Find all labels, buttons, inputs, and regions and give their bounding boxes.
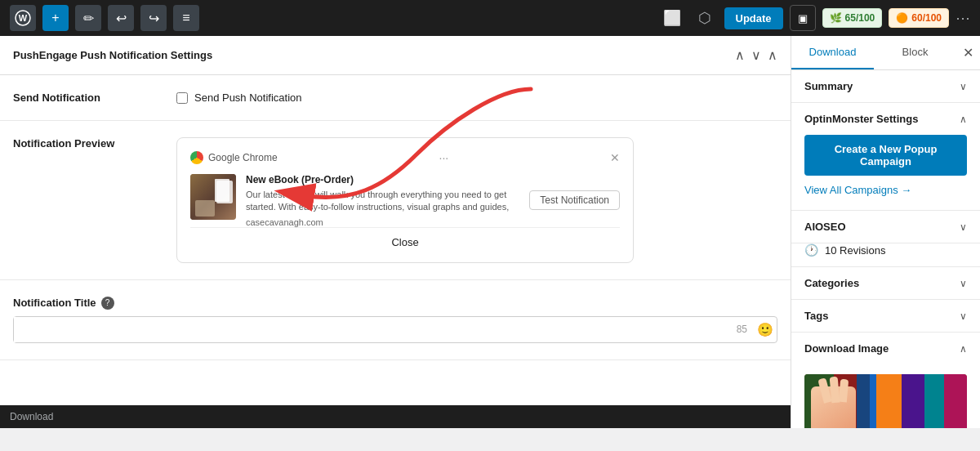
tab-download[interactable]: Download bbox=[791, 36, 874, 69]
collapse-down-button[interactable]: ∨ bbox=[751, 47, 761, 63]
categories-section: Categories ∨ bbox=[791, 267, 980, 300]
send-push-label: Send Push Notification bbox=[194, 92, 302, 104]
summary-section-title: Summary bbox=[804, 80, 853, 92]
revisions-row[interactable]: 🕐 10 Revisions bbox=[791, 243, 980, 266]
preview-image bbox=[190, 174, 236, 220]
notification-preview-row: Notification Preview Google Chrome ··· ✕ bbox=[0, 121, 791, 280]
categories-section-header[interactable]: Categories ∨ bbox=[791, 267, 980, 299]
download-image-section-title: Download Image bbox=[804, 342, 889, 355]
preview-chrome-branding: Google Chrome bbox=[190, 151, 278, 164]
preview-notification-desc: Our latest eBook will walk you through e… bbox=[246, 189, 519, 214]
tools-button[interactable]: ✏ bbox=[75, 5, 101, 31]
notification-preview-label: Notification Preview bbox=[13, 137, 176, 150]
test-notification-button[interactable]: Test Notification bbox=[529, 190, 620, 210]
hide-panel-button[interactable]: ∧ bbox=[768, 47, 777, 63]
download-image-chevron-icon: ∧ bbox=[960, 343, 967, 355]
emoji-picker-button[interactable]: 🙂 bbox=[754, 319, 777, 341]
readability-score-value: 60/100 bbox=[911, 12, 942, 24]
bottom-bar: Download bbox=[0, 405, 791, 428]
chrome-icon bbox=[190, 151, 203, 164]
optinmonster-section-header[interactable]: OptinMonster Settings ∧ bbox=[791, 103, 980, 135]
redo-button[interactable]: ↪ bbox=[140, 5, 167, 31]
download-image-section-header[interactable]: Download Image ∧ bbox=[791, 333, 980, 364]
revisions-section: 🕐 10 Revisions bbox=[791, 243, 980, 267]
right-sidebar: Download Block ✕ Summary ∨ OptinMonster … bbox=[791, 36, 980, 428]
aioseo-section-title: AIOSEO bbox=[804, 221, 846, 233]
left-panel: PushEngage Push Notification Settings ∧ … bbox=[0, 36, 791, 428]
tab-block[interactable]: Block bbox=[874, 36, 956, 69]
collapse-up-button[interactable]: ∧ bbox=[735, 47, 745, 63]
preview-body: New eBook (Pre-Order) Our latest eBook w… bbox=[190, 174, 519, 227]
settings-panel-title: PushEngage Push Notification Settings bbox=[13, 49, 212, 61]
seo-score-icon: 🌿 bbox=[830, 12, 842, 24]
create-campaign-button[interactable]: Create a New Popup Campaign bbox=[804, 135, 967, 176]
categories-chevron-icon: ∨ bbox=[960, 278, 967, 289]
notification-preview-box: Google Chrome ··· ✕ bbox=[176, 137, 634, 263]
seo-score-value: 65/100 bbox=[845, 12, 875, 24]
settings-content: Send Notification Send Push Notification… bbox=[0, 75, 791, 405]
send-notification-label: Send Notification bbox=[13, 92, 176, 104]
notification-title-content: Notification Title ? 85 🙂 bbox=[13, 297, 777, 343]
download-image-content bbox=[791, 364, 980, 428]
send-notification-row: Send Notification Send Push Notification bbox=[0, 75, 791, 121]
notification-title-row: Notification Title ? 85 🙂 bbox=[0, 280, 791, 360]
sidebar-toggle-button[interactable]: ▣ bbox=[790, 5, 816, 31]
download-image-section: Download Image ∧ bbox=[791, 333, 980, 428]
optin-section-content: Create a New Popup Campaign View All Cam… bbox=[791, 135, 980, 210]
preview-close-link[interactable]: Close bbox=[391, 236, 418, 248]
more-options-button[interactable]: ⋯ bbox=[956, 9, 970, 27]
optinmonster-section-title: OptinMonster Settings bbox=[804, 113, 918, 125]
page-wrapper: W + ✏ ↩ ↪ ≡ ⬜ ⬡ Update ▣ 🌿 65/100 🟠 60/1… bbox=[0, 0, 980, 451]
title-label-row: Notification Title ? bbox=[13, 297, 777, 310]
revisions-clock-icon: 🕐 bbox=[804, 243, 818, 257]
notification-title-input[interactable] bbox=[14, 317, 730, 342]
aioseo-section-header[interactable]: AIOSEO ∨ bbox=[791, 211, 980, 243]
notification-preview-content: Google Chrome ··· ✕ bbox=[176, 137, 777, 263]
categories-section-title: Categories bbox=[804, 277, 859, 289]
wordpress-icon: W bbox=[15, 10, 31, 26]
help-icon: ? bbox=[101, 297, 114, 310]
optinmonster-chevron-icon: ∧ bbox=[960, 114, 967, 125]
readability-score-badge: 🟠 60/100 bbox=[889, 8, 949, 28]
preview-notification-title: New eBook (Pre-Order) bbox=[246, 174, 519, 185]
external-preview-button[interactable]: ⬡ bbox=[692, 5, 718, 31]
download-image-thumbnail bbox=[804, 374, 967, 428]
revisions-label: 10 Revisions bbox=[825, 244, 885, 257]
aioseo-section: AIOSEO ∨ bbox=[791, 211, 980, 243]
summary-chevron-icon: ∨ bbox=[960, 81, 967, 92]
svg-text:W: W bbox=[19, 13, 28, 23]
seo-score-badge: 🌿 65/100 bbox=[822, 8, 883, 28]
preview-text-area: New eBook (Pre-Order) Our latest eBook w… bbox=[246, 174, 519, 227]
send-push-checkbox-row: Send Push Notification bbox=[176, 92, 777, 104]
readability-score-icon: 🟠 bbox=[896, 12, 908, 24]
char-count: 85 bbox=[730, 324, 754, 335]
notification-title-label: Notification Title bbox=[13, 297, 96, 309]
settings-controls: ∧ ∨ ∧ bbox=[735, 47, 777, 63]
list-view-button[interactable]: ≡ bbox=[173, 5, 199, 31]
preview-close-button[interactable]: ✕ bbox=[610, 151, 620, 164]
bottom-bar-text: Download bbox=[10, 411, 53, 422]
summary-section-header[interactable]: Summary ∨ bbox=[791, 70, 980, 102]
view-campaigns-link[interactable]: View All Campaigns → bbox=[804, 184, 911, 196]
tags-section-title: Tags bbox=[804, 310, 828, 322]
sidebar-close-button[interactable]: ✕ bbox=[956, 38, 980, 67]
add-block-button[interactable]: + bbox=[42, 5, 69, 31]
chrome-name: Google Chrome bbox=[208, 152, 278, 163]
aioseo-chevron-icon: ∨ bbox=[960, 221, 967, 233]
preview-footer: Close bbox=[190, 227, 620, 249]
sidebar-tabs: Download Block ✕ bbox=[791, 36, 980, 70]
preview-mode-button[interactable]: ⬜ bbox=[659, 5, 685, 31]
tags-section-header[interactable]: Tags ∨ bbox=[791, 300, 980, 332]
tags-chevron-icon: ∨ bbox=[960, 310, 967, 322]
preview-dots: ··· bbox=[439, 151, 449, 164]
toolbar: W + ✏ ↩ ↪ ≡ ⬜ ⬡ Update ▣ 🌿 65/100 🟠 60/1… bbox=[0, 0, 980, 36]
send-push-checkbox[interactable] bbox=[176, 92, 188, 104]
preview-url: casecavanagh.com bbox=[246, 217, 519, 227]
optinmonster-section: OptinMonster Settings ∧ Create a New Pop… bbox=[791, 103, 980, 211]
update-button[interactable]: Update bbox=[724, 7, 783, 29]
send-notification-content: Send Push Notification bbox=[176, 92, 777, 104]
preview-header: Google Chrome ··· ✕ bbox=[190, 151, 620, 164]
title-input-row: 85 🙂 bbox=[13, 316, 777, 343]
wp-logo: W bbox=[10, 5, 36, 31]
undo-button[interactable]: ↩ bbox=[108, 5, 134, 31]
